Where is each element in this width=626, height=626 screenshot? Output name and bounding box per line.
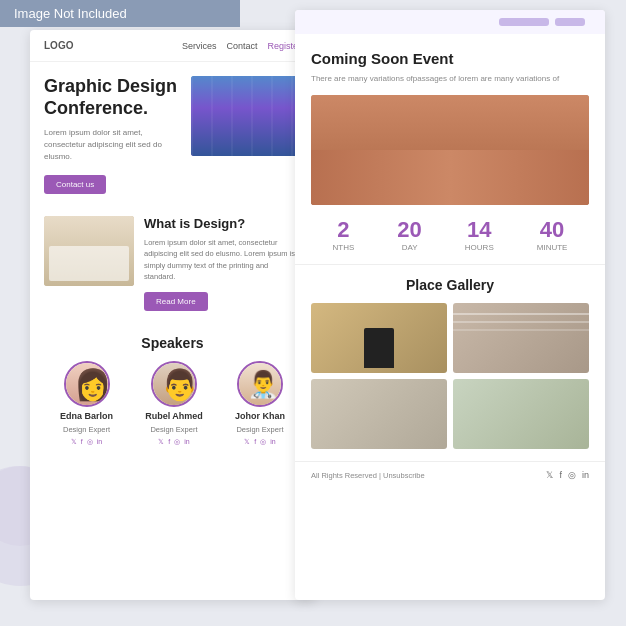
countdown-days-number: 20 — [397, 217, 421, 243]
instagram-footer-icon[interactable]: ◎ — [568, 470, 576, 480]
speaker-3: Johor Khan Design Expert 𝕏 f ◎ in — [235, 361, 285, 446]
hall-interior — [191, 76, 301, 156]
facebook-icon[interactable]: f — [254, 438, 256, 446]
event-image — [311, 95, 589, 205]
hero-section: Graphic Design Conference. Lorem ipsum d… — [30, 62, 315, 194]
countdown-hours-label: HOURS — [465, 243, 494, 252]
linkedin-icon[interactable]: in — [270, 438, 275, 446]
countdown-minutes: 40 MINUTE — [537, 217, 568, 252]
instagram-icon[interactable]: ◎ — [260, 438, 266, 446]
table-scene — [44, 216, 134, 286]
twitter-footer-icon[interactable]: 𝕏 — [546, 470, 553, 480]
speaker-2: Rubel Ahmed Design Expert 𝕏 f ◎ in — [145, 361, 203, 446]
countdown-minutes-number: 40 — [537, 217, 568, 243]
design-text: What is Design? Lorem ipsum dolor sit am… — [144, 216, 301, 311]
speaker-socials-1: 𝕏 f ◎ in — [71, 438, 102, 446]
coming-soon-description: There are many variations ofpassages of … — [311, 73, 589, 85]
avatar-edna — [64, 361, 110, 407]
hero-title: Graphic Design Conference. — [44, 76, 181, 119]
countdown-hours-number: 14 — [465, 217, 494, 243]
speakers-title: Speakers — [44, 335, 301, 351]
read-more-button[interactable]: Read More — [144, 292, 208, 311]
nav-bar: LOGO Services Contact Register — [30, 30, 315, 62]
design-image — [44, 216, 134, 286]
speaker-role-3: Design Expert — [236, 425, 283, 434]
gallery-section: Place Gallery — [295, 265, 605, 461]
footer-social: 𝕏 f ◎ in — [546, 470, 589, 480]
facebook-icon[interactable]: f — [81, 438, 83, 446]
header-dot-1 — [499, 18, 549, 26]
facebook-icon[interactable]: f — [168, 438, 170, 446]
countdown-minutes-label: MINUTE — [537, 243, 568, 252]
twitter-icon[interactable]: 𝕏 — [158, 438, 164, 446]
avatar-rubel — [151, 361, 197, 407]
countdown-months-label: NTHS — [333, 243, 355, 252]
linkedin-icon[interactable]: in — [184, 438, 189, 446]
banner-text: Image Not Included — [14, 6, 127, 21]
coming-soon-section: Coming Soon Event There are many variati… — [295, 34, 605, 95]
speaker-socials-2: 𝕏 f ◎ in — [158, 438, 189, 446]
twitter-icon[interactable]: 𝕏 — [244, 438, 250, 446]
twitter-icon[interactable]: 𝕏 — [71, 438, 77, 446]
avatar-johor — [237, 361, 283, 407]
gallery-item-2 — [453, 303, 589, 373]
hero-description: Lorem ipsum dolor sit amet, consectetur … — [44, 127, 181, 163]
speaker-socials-3: 𝕏 f ◎ in — [244, 438, 275, 446]
design-title: What is Design? — [144, 216, 301, 231]
logo: LOGO — [44, 40, 73, 51]
linkedin-footer-icon[interactable]: in — [582, 470, 589, 480]
speakers-section: Speakers Edna Barlon Design Expert 𝕏 f ◎… — [30, 325, 315, 456]
avatar-female-img — [66, 363, 108, 405]
header-placeholder — [295, 10, 605, 34]
gallery-item-1 — [311, 303, 447, 373]
image-not-included-banner: Image Not Included — [0, 0, 240, 27]
gallery-title: Place Gallery — [311, 277, 589, 293]
contact-us-button[interactable]: Contact us — [44, 175, 106, 194]
nav-contact[interactable]: Contact — [226, 41, 257, 51]
countdown-section: 2 NTHS 20 DAY 14 HOURS 40 MINUTE — [295, 205, 605, 265]
facebook-footer-icon[interactable]: f — [559, 470, 562, 480]
hero-text: Graphic Design Conference. Lorem ipsum d… — [44, 76, 181, 194]
instagram-icon[interactable]: ◎ — [87, 438, 93, 446]
nav-services[interactable]: Services — [182, 41, 217, 51]
speaker-1: Edna Barlon Design Expert 𝕏 f ◎ in — [60, 361, 113, 446]
speaker-role-2: Design Expert — [150, 425, 197, 434]
speaker-role-1: Design Expert — [63, 425, 110, 434]
left-email-card: LOGO Services Contact Register Graphic D… — [30, 30, 315, 600]
chairs-scene — [311, 95, 589, 205]
speaker-name-1: Edna Barlon — [60, 411, 113, 421]
design-section: What is Design? Lorem ipsum dolor sit am… — [30, 202, 315, 325]
avatar-male1-img — [153, 363, 195, 405]
speaker-name-2: Rubel Ahmed — [145, 411, 203, 421]
linkedin-icon[interactable]: in — [97, 438, 102, 446]
nav-links: Services Contact Register — [182, 41, 301, 51]
speakers-row: Edna Barlon Design Expert 𝕏 f ◎ in Rubel… — [44, 361, 301, 446]
countdown-hours: 14 HOURS — [465, 217, 494, 252]
hero-image — [191, 76, 301, 156]
header-dot-2 — [555, 18, 585, 26]
countdown-days-label: DAY — [397, 243, 421, 252]
gallery-item-4 — [453, 379, 589, 449]
avatar-male2-img — [239, 363, 281, 405]
footer-text: All Rights Reserved | Unsubscribe — [311, 471, 425, 480]
countdown-months: 2 NTHS — [333, 217, 355, 252]
footer: All Rights Reserved | Unsubscribe 𝕏 f ◎ … — [295, 461, 605, 488]
instagram-icon[interactable]: ◎ — [174, 438, 180, 446]
gallery-item-3 — [311, 379, 447, 449]
countdown-months-number: 2 — [333, 217, 355, 243]
gallery-grid — [311, 303, 589, 449]
right-email-card: Coming Soon Event There are many variati… — [295, 10, 605, 600]
countdown-days: 20 DAY — [397, 217, 421, 252]
coming-soon-title: Coming Soon Event — [311, 50, 589, 67]
speaker-name-3: Johor Khan — [235, 411, 285, 421]
design-description: Lorem ipsum dolor sit amet, consectetur … — [144, 237, 301, 282]
